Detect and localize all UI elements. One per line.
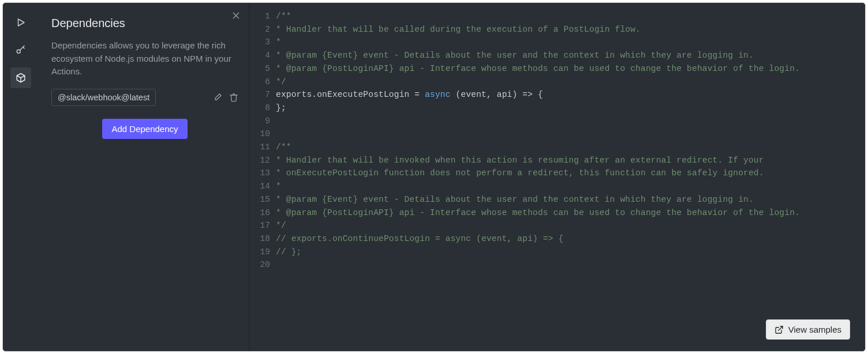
external-link-icon bbox=[775, 325, 784, 334]
code-line[interactable]: * Handler that will be invoked when this… bbox=[276, 154, 865, 167]
line-number: 14 bbox=[249, 180, 270, 193]
package-icon[interactable] bbox=[10, 67, 31, 88]
line-number: 15 bbox=[249, 193, 270, 206]
code-line[interactable] bbox=[276, 127, 865, 141]
add-dependency-button[interactable]: Add Dependency bbox=[102, 119, 187, 139]
line-number: 10 bbox=[249, 127, 270, 141]
view-samples-button[interactable]: View samples bbox=[766, 319, 850, 340]
line-number: 6 bbox=[249, 76, 270, 89]
line-number: 13 bbox=[249, 167, 270, 180]
code-line[interactable]: * bbox=[276, 36, 865, 49]
line-number: 4 bbox=[249, 49, 270, 62]
code-line[interactable]: * @param {Event} event - Details about t… bbox=[276, 49, 865, 62]
dependency-actions bbox=[213, 93, 238, 102]
code-line[interactable]: * onExecutePostLogin function does not p… bbox=[276, 167, 865, 180]
panel-title: Dependencies bbox=[51, 17, 238, 30]
line-number: 7 bbox=[249, 88, 270, 101]
view-samples-label: View samples bbox=[788, 325, 841, 334]
svg-line-3 bbox=[23, 47, 24, 48]
line-number: 18 bbox=[249, 232, 270, 246]
code-line[interactable] bbox=[276, 115, 865, 128]
line-number: 12 bbox=[249, 154, 270, 167]
line-gutter: 1234567891011121314151617181920 bbox=[249, 10, 275, 272]
code-line[interactable]: */ bbox=[276, 76, 865, 89]
code-line[interactable] bbox=[276, 258, 865, 272]
line-number: 19 bbox=[249, 246, 270, 259]
app-root: Dependencies Dependencies allows you to … bbox=[2, 2, 866, 352]
code-line[interactable]: * @param {Event} event - Details about t… bbox=[276, 193, 865, 206]
line-number: 2 bbox=[249, 23, 270, 36]
code-content[interactable]: /*** Handler that will be called during … bbox=[275, 10, 865, 272]
line-number: 16 bbox=[249, 206, 270, 220]
dependencies-panel: Dependencies Dependencies allows you to … bbox=[39, 3, 249, 351]
svg-line-7 bbox=[778, 326, 782, 330]
code-editor[interactable]: 1234567891011121314151617181920 /*** Han… bbox=[249, 3, 865, 351]
line-number: 20 bbox=[249, 258, 270, 272]
line-number: 3 bbox=[249, 36, 270, 49]
code-line[interactable]: * @param {PostLoginAPI} api - Interface … bbox=[276, 62, 865, 76]
code-line[interactable]: * Handler that will be called during the… bbox=[276, 23, 865, 36]
code-line[interactable]: /** bbox=[276, 10, 865, 23]
code-line[interactable]: // }; bbox=[276, 246, 865, 259]
code-line[interactable]: /** bbox=[276, 141, 865, 154]
panel-description: Dependencies allows you to leverage the … bbox=[51, 39, 238, 78]
code-line[interactable]: exports.onExecutePostLogin = async (even… bbox=[276, 88, 865, 101]
line-number: 5 bbox=[249, 62, 270, 76]
code-line[interactable]: */ bbox=[276, 219, 865, 232]
line-number: 11 bbox=[249, 141, 270, 154]
dependency-pill[interactable]: @slack/webhook@latest bbox=[51, 89, 156, 106]
line-number: 1 bbox=[249, 10, 270, 23]
close-icon[interactable] bbox=[231, 11, 241, 20]
svg-marker-0 bbox=[18, 19, 25, 26]
dependency-row: @slack/webhook@latest bbox=[51, 89, 238, 106]
code-line[interactable]: // exports.onContinuePostLogin = async (… bbox=[276, 232, 865, 246]
line-number: 8 bbox=[249, 101, 270, 115]
line-number: 17 bbox=[249, 219, 270, 232]
icon-rail bbox=[3, 3, 39, 351]
play-icon[interactable] bbox=[10, 12, 31, 33]
delete-icon[interactable] bbox=[229, 93, 238, 102]
code-line[interactable]: * @param {PostLoginAPI} api - Interface … bbox=[276, 206, 865, 220]
code-line[interactable]: }; bbox=[276, 101, 865, 115]
edit-icon[interactable] bbox=[213, 93, 222, 102]
key-icon[interactable] bbox=[10, 40, 31, 61]
code-line[interactable]: * bbox=[276, 180, 865, 193]
line-number: 9 bbox=[249, 115, 270, 128]
